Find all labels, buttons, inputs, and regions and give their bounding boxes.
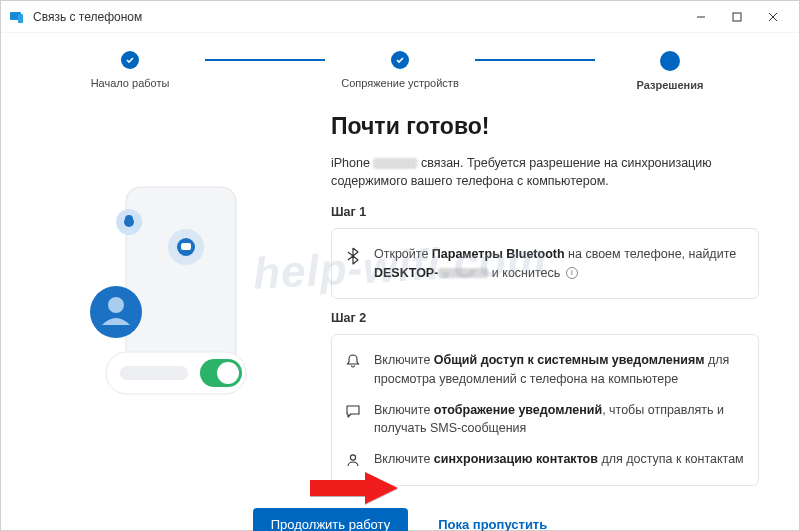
svg-rect-3 xyxy=(733,13,741,21)
check-icon xyxy=(121,51,139,69)
redacted-text xyxy=(373,158,417,169)
app-window: Связь с телефоном Начало работы Сопряжен… xyxy=(0,0,800,531)
list-item: Включите синхронизацию контактов для дос… xyxy=(344,444,746,475)
phone-illustration xyxy=(41,109,301,486)
step-label: Разрешения xyxy=(637,79,704,91)
progress-stepper: Начало работы Сопряжение устройств Разре… xyxy=(1,33,799,99)
svg-point-13 xyxy=(108,297,124,313)
minimize-button[interactable] xyxy=(683,1,719,33)
svg-rect-1 xyxy=(18,14,23,23)
step2-card: Включите Общий доступ к системным уведом… xyxy=(331,334,759,486)
bluetooth-instruction: Откройте Параметры Bluetooth на своем те… xyxy=(374,245,746,283)
footer-actions: Продолжить работу Пока пропустить xyxy=(1,496,799,531)
step1-heading: Шаг 1 xyxy=(331,203,759,222)
content-area: Почти готово! iPhone связан. Требуется р… xyxy=(1,99,799,496)
permissions-panel: Почти готово! iPhone связан. Требуется р… xyxy=(331,109,759,486)
message-icon xyxy=(344,401,362,419)
continue-button[interactable]: Продолжить работу xyxy=(253,508,408,531)
info-icon[interactable]: i xyxy=(566,267,578,279)
person-icon xyxy=(344,450,362,468)
svg-rect-15 xyxy=(120,366,188,380)
skip-link[interactable]: Пока пропустить xyxy=(438,517,547,531)
phone-link-app-icon xyxy=(9,9,25,25)
svg-point-17 xyxy=(217,362,239,384)
step1-card: Откройте Параметры Bluetooth на своем те… xyxy=(331,228,759,300)
svg-point-18 xyxy=(350,455,355,460)
redacted-text xyxy=(438,268,488,278)
bluetooth-icon xyxy=(344,245,362,265)
bell-icon xyxy=(344,351,362,369)
close-button[interactable] xyxy=(755,1,791,33)
maximize-button[interactable] xyxy=(719,1,755,33)
step-connector xyxy=(205,59,325,61)
step-label: Начало работы xyxy=(91,77,170,89)
page-title: Почти готово! xyxy=(331,109,759,144)
svg-rect-11 xyxy=(181,243,191,250)
titlebar: Связь с телефоном xyxy=(1,1,799,33)
window-title: Связь с телефоном xyxy=(33,10,142,24)
list-item: Включите отображение уведомлений, чтобы … xyxy=(344,395,746,445)
intro-text: iPhone связан. Требуется разрешение на с… xyxy=(331,154,759,192)
step-get-started: Начало работы xyxy=(55,51,205,89)
step-connector xyxy=(475,59,595,61)
current-step-dot xyxy=(660,51,680,71)
step2-heading: Шаг 2 xyxy=(331,309,759,328)
step-label: Сопряжение устройств xyxy=(341,77,459,89)
step-permissions: Разрешения xyxy=(595,51,745,91)
check-icon xyxy=(391,51,409,69)
list-item: Включите Общий доступ к системным уведом… xyxy=(344,345,746,395)
step-pair-devices: Сопряжение устройств xyxy=(325,51,475,89)
